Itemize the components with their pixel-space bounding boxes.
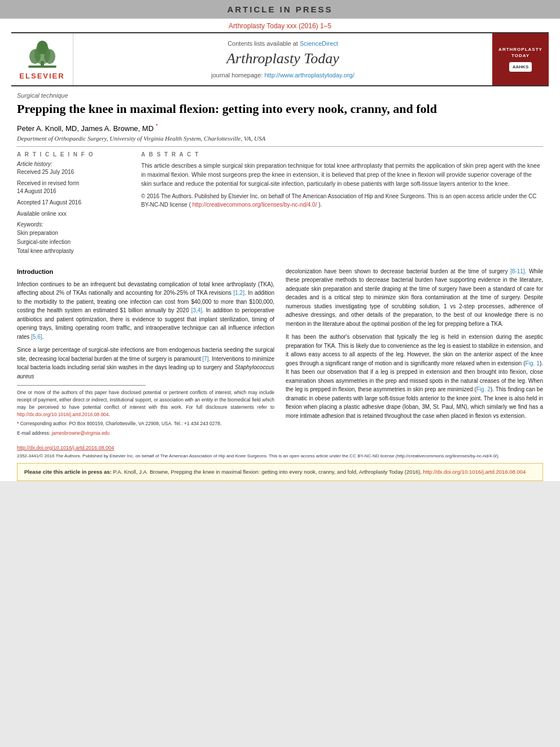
revised-text: Received in revised form [17,180,79,186]
journal-title: Arthroplasty Today [85,50,481,67]
article-info-title: A R T I C L E I N F O [17,151,130,158]
banner-text: ARTICLE IN PRESS [227,5,333,14]
aahks-label: AAHKS [513,64,528,69]
article-info-section: A R T I C L E I N F O Article history: R… [17,151,130,256]
journal-header: ELSEVIER Contents lists available at Sci… [11,32,549,86]
email-label-text: E-mail address: [17,430,51,436]
ref-5-6-link[interactable]: [5,6] [31,334,42,340]
license-close-text: ). [318,202,322,208]
license-url-link[interactable]: http://creativecommons.org/licenses/by-n… [193,202,318,208]
email-footnote: E-mail address: jamesbrowne@virginia.edu [17,430,274,437]
article-in-press-banner: ARTICLE IN PRESS [0,0,560,19]
keyword-1-text: Skin preparation [17,230,58,236]
corresponding-text: * Corresponding author. PO Box 800159, C… [17,421,221,426]
ref-8-11-link[interactable]: [8-11] [510,268,525,274]
keywords-label: Keywords: [17,221,130,228]
history-label-text: Article history: [17,161,53,167]
citation-text: P.A. Knoll, J.A. Browne, Prepping the kn… [113,469,423,475]
divider-1 [17,146,543,147]
doi-text: http://dx.doi.org/10.1016/j.artd.2016.08… [17,445,114,451]
info-abstract-row: A R T I C L E I N F O Article history: R… [17,151,543,256]
left-column: Introduction Infection continues to be a… [17,267,274,439]
keyword-2: Surgical-site infection [17,238,130,247]
journal-url-text: Arthroplasty Today xxx (2016) 1–5 [229,22,331,30]
intro-heading: Introduction [17,267,274,277]
journal-name: Arthroplasty Today [226,50,339,67]
arthroplasty-logo-text: ARTHROPLASTY TODAY [498,47,542,59]
right-para1: decolonization have been shown to decrea… [286,267,543,329]
received-value: Received 25 July 2016 [17,168,130,176]
svg-rect-5 [28,65,56,68]
authors-text: Peter A. Knoll, MD, James A. Browne, MD [17,124,154,133]
keywords-label-text: Keywords: [17,221,43,228]
homepage-line: journal homepage: http://www.arthroplast… [85,72,481,78]
intro-para1-text: Infection continues to be an infrequent … [17,281,274,340]
footnote-divider [17,385,146,386]
article-title-text: Prepping the knee in maximal flexion: ge… [17,102,437,116]
article-info-title-text: A R T I C L E I N F O [17,151,94,158]
citation-box: Please cite this article in press as: P.… [17,463,543,481]
article-title: Prepping the knee in maximal flexion: ge… [17,101,543,117]
elsevier-tree-icon [23,38,62,69]
disclosure-url-link[interactable]: http://dx.doi.org/10.1016/j.artd.2016.08… [17,412,109,417]
authors-line: Peter A. Knoll, MD, James A. Browne, MD … [17,123,543,133]
bottom-license-text: 2352-3441/© 2016 The Authors. Published … [17,453,500,458]
fig1-link[interactable]: Fig. 1 [526,360,540,366]
email-text: jamesbrowne@virginia.edu [51,430,110,436]
affiliation-text: Department of Orthopaedic Surgery, Unive… [17,135,265,142]
email-link[interactable]: jamesbrowne@virginia.edu [51,430,110,436]
keyword-3-text: Total knee arthroplasty [17,248,74,254]
section-label-text: Surgical technique [17,92,68,99]
keyword-1: Skin preparation [17,229,130,238]
intro-para2-text: Since a large percentage of surgical-sit… [17,347,274,379]
logo-line1: ARTHROPLASTY [498,47,542,53]
right-para2-text: It has been the author's observation tha… [286,334,543,419]
right-para1-text: decolonization have been shown to decrea… [286,268,543,327]
disclosure-footnote: One or more of the authors of this paper… [17,389,274,418]
ref-1-2-link[interactable]: [1,2] [233,290,244,296]
received-text: Received 25 July 2016 [17,169,74,175]
abstract-text: This article describes a simple surgical… [141,161,543,189]
page-wrapper: ARTICLE IN PRESS Arthroplasty Today xxx … [0,0,560,481]
logo-line2: TODAY [498,53,542,59]
sciencedirect-line: Contents lists available at ScienceDirec… [85,40,481,47]
ref-3-4-link[interactable]: [3,4] [191,307,202,313]
right-column: decolonization have been shown to decrea… [286,267,543,439]
right-para2: It has been the author's observation tha… [286,333,543,420]
author-asterisk: * [156,123,158,129]
abstract-body-text: This article describes a simple surgical… [141,162,540,187]
ref-7-link[interactable]: [7] [203,356,209,362]
homepage-prefix: journal homepage: [211,72,264,78]
keyword-3: Total knee arthroplasty [17,247,130,256]
revised-value: Received in revised form 14 August 2016 [17,180,130,195]
accepted-text: Accepted 17 August 2016 [17,199,81,206]
citation-doi-link[interactable]: http://dx.doi.org/10.1016/j.artd.2016.08… [423,469,526,475]
license-text: © 2016 The Authors. Published by Elsevie… [141,192,543,209]
doi-area: http://dx.doi.org/10.1016/j.artd.2016.08… [0,445,560,451]
please-cite-label: Please cite this article in press as: [24,469,113,475]
journal-url-line: Arthroplasty Today xxx (2016) 1–5 [0,19,560,32]
history-label: Article history: [17,161,130,167]
fig2-link[interactable]: Fig. 2 [476,386,491,392]
citation-url-text: http://dx.doi.org/10.1016/j.artd.2016.08… [423,469,526,475]
aahks-badge: AAHKS [509,62,532,72]
abstract-title-text: A B S T R A C T [141,151,199,158]
affiliation: Department of Orthopaedic Surgery, Unive… [17,135,543,142]
doi-link[interactable]: http://dx.doi.org/10.1016/j.artd.2016.08… [17,445,543,451]
abstract-title: A B S T R A C T [141,151,543,158]
license-url-text: http://creativecommons.org/licenses/by-n… [193,202,317,208]
section-label: Surgical technique [17,92,543,99]
available-text: Available online xxx [17,211,67,217]
accepted-value: Accepted 17 August 2016 [17,199,130,207]
bottom-license: 2352-3441/© 2016 The Authors. Published … [17,453,543,460]
sciencedirect-prefix: Contents lists available at [228,40,300,47]
svg-point-4 [37,41,48,54]
abstract-section: A B S T R A C T This article describes a… [141,151,543,256]
homepage-url-text: http://www.arthroplastytoday.org/ [264,72,354,78]
disclosure-url-text: http://dx.doi.org/10.1016/j.artd.2016.08… [17,412,109,417]
intro-para1: Infection continues to be an infrequent … [17,280,274,342]
sciencedirect-link[interactable]: ScienceDirect [300,40,338,47]
homepage-url-link[interactable]: http://www.arthroplastytoday.org/ [264,72,354,78]
corresponding-footnote: * Corresponding author. PO Box 800159, C… [17,420,274,427]
body-columns: Introduction Infection continues to be a… [0,261,560,445]
